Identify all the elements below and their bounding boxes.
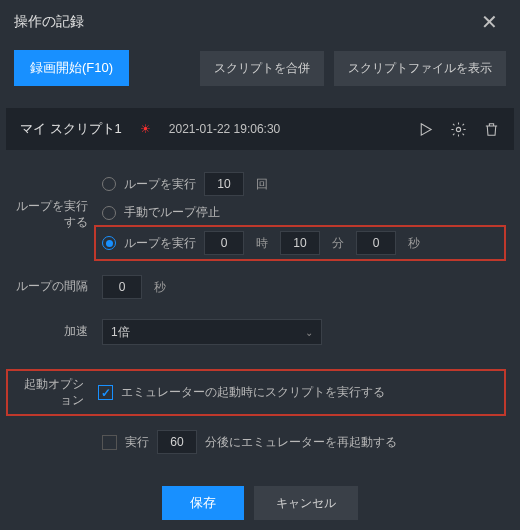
record-indicator-icon: ☀	[140, 122, 151, 136]
manual-stop-label: 手動でループ停止	[124, 204, 220, 221]
count-unit: 回	[256, 176, 268, 193]
trash-icon[interactable]	[483, 121, 500, 138]
loop-count-input[interactable]	[204, 172, 244, 196]
script-name: マイ スクリプト1	[20, 120, 122, 138]
play-icon[interactable]	[417, 121, 434, 138]
run-on-startup-label: エミュレーターの起動時にスクリプトを実行する	[121, 384, 385, 401]
accel-value: 1倍	[111, 324, 130, 341]
script-row: マイ スクリプト1 ☀ 2021-01-22 19:06:30	[6, 108, 514, 150]
window-title: 操作の記録	[14, 13, 84, 31]
run-after-checkbox[interactable]	[102, 435, 117, 450]
loop-interval-label: ループの間隔	[14, 279, 102, 295]
hours-unit: 時	[256, 235, 268, 252]
timestamp: 2021-01-22 19:06:30	[169, 122, 280, 136]
merge-script-button[interactable]: スクリプトを合併	[200, 51, 324, 86]
run-after-label: 実行	[125, 434, 149, 451]
run-after-unit: 分後にエミュレーターを再起動する	[205, 434, 397, 451]
close-icon[interactable]: ✕	[473, 6, 506, 38]
cancel-button[interactable]: キャンセル	[254, 486, 358, 520]
hours-input[interactable]	[204, 231, 244, 255]
radio-manual-stop[interactable]	[102, 206, 116, 220]
record-button[interactable]: 録画開始(F10)	[14, 50, 129, 86]
radio-loop-time[interactable]	[102, 236, 116, 250]
chevron-down-icon: ⌄	[305, 327, 313, 338]
loop-count-label: ループを実行	[124, 176, 196, 193]
startup-options-label: 起動オプション	[16, 377, 98, 408]
minutes-unit: 分	[332, 235, 344, 252]
run-after-input[interactable]	[157, 430, 197, 454]
interval-input[interactable]	[102, 275, 142, 299]
loop-execute-label: ループを実行する	[14, 199, 102, 230]
seconds-unit: 秒	[408, 235, 420, 252]
interval-unit: 秒	[154, 279, 166, 296]
run-on-startup-checkbox[interactable]	[98, 385, 113, 400]
minutes-input[interactable]	[280, 231, 320, 255]
gear-icon[interactable]	[450, 121, 467, 138]
save-button[interactable]: 保存	[162, 486, 244, 520]
seconds-input[interactable]	[356, 231, 396, 255]
radio-loop-count[interactable]	[102, 177, 116, 191]
loop-time-label: ループを実行	[124, 235, 196, 252]
show-file-button[interactable]: スクリプトファイルを表示	[334, 51, 506, 86]
svg-point-0	[456, 127, 460, 131]
accel-select[interactable]: 1倍 ⌄	[102, 319, 322, 345]
accel-label: 加速	[14, 324, 102, 340]
